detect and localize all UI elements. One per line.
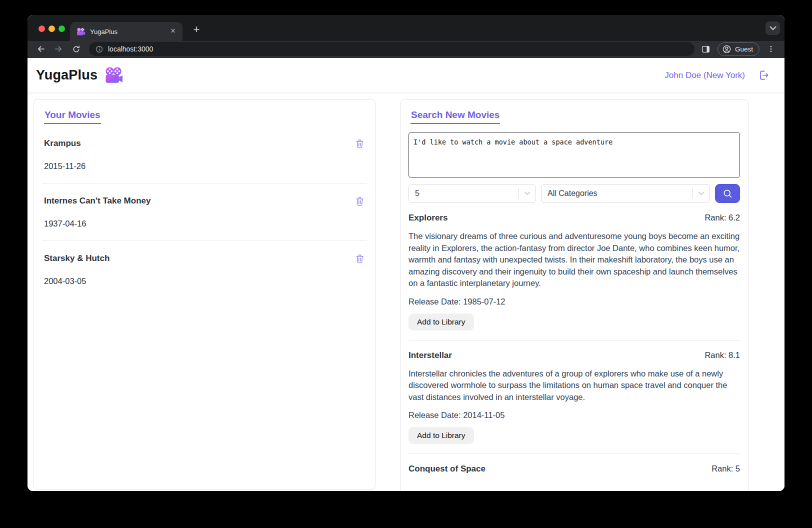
add-to-library-button[interactable]: Add to Library <box>408 427 474 444</box>
profile-label: Guest <box>735 46 753 53</box>
new-tab-button[interactable]: + <box>189 22 204 38</box>
add-to-library-button[interactable]: Add to Library <box>408 314 474 330</box>
category-select[interactable]: All Categories <box>541 184 710 203</box>
movie-date: 2004-03-05 <box>44 276 365 286</box>
side-panel-button[interactable] <box>700 42 712 56</box>
result-title: Interstellar <box>408 350 452 360</box>
result-release-date: Release Date: 2014-11-05 <box>408 410 740 420</box>
search-result-conquest: Conquest of Space Rank: 5 <box>408 454 740 484</box>
category-value: All Categories <box>548 189 692 198</box>
result-rank: Rank: 5 <box>712 464 740 474</box>
app-page: YugaPlus John Doe (New York) <box>28 58 784 491</box>
forward-arrow-icon <box>54 44 63 54</box>
window-zoom-button[interactable] <box>58 26 65 32</box>
select-end <box>518 184 536 202</box>
result-rank: Rank: 8.1 <box>704 350 740 360</box>
delete-movie-button[interactable] <box>354 254 365 264</box>
user-area: John Doe (New York) <box>664 70 770 82</box>
search-title: Search New Movies <box>410 108 500 124</box>
app-header: YugaPlus John Doe (New York) <box>28 58 784 92</box>
side-panel-icon <box>701 44 710 54</box>
search-panel: Search New Movies I'd like to watch a mo… <box>400 99 748 491</box>
result-title: Explorers <box>408 213 448 223</box>
movie-date: 2015-11-26 <box>44 162 365 171</box>
logout-icon <box>758 70 770 81</box>
trash-icon <box>354 196 365 206</box>
select-end <box>692 184 710 202</box>
movie-camera-favicon-icon <box>76 28 86 36</box>
movie-row-internes: Internes Can't Take Money 1937-04-16 <box>42 184 367 241</box>
search-result-explorers: Explorers Rank: 6.2 The visionary dreams… <box>408 203 740 340</box>
result-rank: Rank: 6.2 <box>704 213 740 222</box>
trash-icon <box>354 138 365 149</box>
result-title: Conquest of Space <box>408 464 486 474</box>
browser-toolbar: localhost:3000 Guest <box>28 41 784 58</box>
browser-menu-button[interactable] <box>764 42 778 56</box>
chevron-down-icon <box>698 192 704 196</box>
chevron-down-icon <box>770 26 776 30</box>
delete-movie-button[interactable] <box>354 196 365 207</box>
movie-title: Krampus <box>44 138 81 148</box>
delete-movie-button[interactable] <box>354 138 365 150</box>
movie-title: Starsky & Hutch <box>44 254 110 264</box>
main-content: Your Movies Krampus 20 <box>28 92 784 491</box>
tab-close-button[interactable]: × <box>168 27 178 36</box>
browser-window: YugaPlus × + <box>28 15 784 491</box>
result-description: The visionary dreams of three curious an… <box>408 230 740 290</box>
refresh-button[interactable] <box>70 42 82 56</box>
profile-button[interactable]: Guest <box>718 42 760 56</box>
search-icon <box>722 188 733 199</box>
search-button[interactable] <box>715 184 740 203</box>
movie-date: 1937-04-16 <box>44 219 365 228</box>
url-text: localhost:3000 <box>108 45 153 53</box>
search-result-interstellar: Interstellar Rank: 8.1 Interstellar chro… <box>408 340 740 454</box>
back-arrow-icon <box>36 44 46 54</box>
back-button[interactable] <box>34 42 48 56</box>
result-limit-select[interactable]: 5 <box>408 184 536 203</box>
forward-button[interactable] <box>52 42 65 56</box>
logout-button[interactable] <box>758 70 770 82</box>
url-bar[interactable]: localhost:3000 <box>89 42 694 56</box>
tab-search-chevron-button[interactable] <box>766 22 780 35</box>
result-limit-value: 5 <box>415 189 518 198</box>
page-title: YugaPlus <box>36 68 98 83</box>
your-movies-title: Your Movies <box>44 108 101 124</box>
movie-camera-icon <box>104 67 124 84</box>
tab-title: YugaPlus <box>90 28 168 36</box>
search-controls: 5 All Categories <box>408 184 740 203</box>
window-close-button[interactable] <box>38 26 45 32</box>
trash-icon <box>354 254 365 264</box>
movie-title: Internes Can't Take Money <box>44 196 150 206</box>
three-dot-menu-icon <box>767 45 775 53</box>
person-icon <box>722 44 732 54</box>
movie-row-starsky: Starsky & Hutch 2004-03-05 <box>42 241 367 298</box>
window-minimize-button[interactable] <box>48 26 55 32</box>
movie-row-krampus: Krampus 2015-11-26 <box>42 126 367 184</box>
user-profile-link[interactable]: John Doe (New York) <box>664 70 745 80</box>
search-query-input[interactable]: I'd like to watch a movie about a space … <box>408 132 740 178</box>
chevron-down-icon <box>524 192 530 196</box>
refresh-icon <box>72 45 80 54</box>
site-info-icon[interactable] <box>95 45 104 54</box>
browser-tab[interactable]: YugaPlus × <box>70 22 182 41</box>
result-description: Interstellar chronicles the adventures o… <box>408 368 740 404</box>
your-movies-panel: Your Movies Krampus 20 <box>34 99 376 490</box>
brand: YugaPlus <box>36 67 124 84</box>
window-controls <box>38 26 65 32</box>
browser-tab-strip: YugaPlus × + <box>28 15 784 41</box>
result-release-date: Release Date: 1985-07-12 <box>408 297 740 306</box>
